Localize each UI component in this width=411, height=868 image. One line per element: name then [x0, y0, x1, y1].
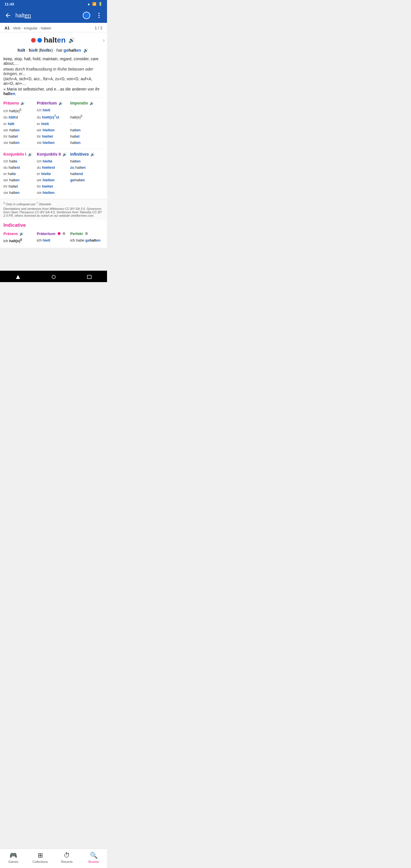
conj-row: du hältst	[3, 114, 36, 121]
conj-row: haltend	[70, 171, 102, 177]
conj-row: du hielt(e)7st	[37, 113, 69, 121]
ind-perfekt-audio-dot	[85, 232, 88, 235]
conj-row: sie hielten	[37, 190, 69, 196]
wifi-icon: ▲	[87, 2, 91, 6]
footnote-text: 5 Only in colloquial use 7 Obsolete	[3, 202, 104, 206]
usage-text: (sich+A, sich+D, acc., für+A, zu+D, von+…	[3, 76, 104, 86]
indicative-grid: Präsens 🔊 ich halt(e)5 Präteritum ich hi…	[0, 230, 107, 248]
imperativ-audio[interactable]: 🔊	[90, 101, 94, 105]
imperativ-title: Imperativ 🔊	[70, 101, 102, 105]
infinitives-title: Infinitives 🔊	[70, 152, 102, 156]
status-icons: ▲ 📶 🔋	[87, 2, 102, 6]
svg-point-2	[98, 15, 100, 16]
conj-row: ihr haltet	[3, 183, 36, 190]
konjunktiv1-audio[interactable]: 🔊	[28, 152, 32, 156]
conjugation-section-1: Präsens 🔊 ich halt(e)5 du hältst er hält…	[0, 98, 107, 149]
gender-dot-blue	[37, 38, 42, 42]
conj-row: halt(e)5	[70, 113, 102, 121]
back-nav-button[interactable]	[15, 274, 21, 280]
conj-row: er hält	[3, 121, 36, 127]
word-irregular: irregular	[24, 26, 38, 30]
conj-row: sie halten	[3, 140, 36, 146]
scroll-area: A1 · Verb · irregular · haben 1 / 2 halt…	[0, 23, 107, 271]
conj-row: -	[70, 107, 102, 113]
konjunktiv1-column: Konjunktiv I 🔊 ich halte du haltest er h…	[3, 152, 37, 196]
infinitives-column: Infinitives 🔊 halten zu halten haltend g…	[70, 152, 104, 196]
gender-dot-red	[31, 38, 36, 42]
indicative-header: Indicative	[0, 220, 107, 230]
ind-prateritum-audio-dot2	[63, 232, 65, 235]
toggle-button[interactable]	[81, 10, 92, 21]
conj-row: halten	[70, 140, 102, 146]
svg-point-3	[98, 17, 100, 18]
conj-row: ihr hieltet	[37, 183, 69, 190]
conj-row: ich halt(e)5	[3, 107, 36, 114]
conjugation-grid-1: Präsens 🔊 ich halt(e)5 du hältst er hält…	[3, 101, 104, 146]
back-button[interactable]	[3, 11, 12, 20]
page-number: 1 / 2	[95, 26, 102, 30]
more-options-button[interactable]	[94, 11, 104, 20]
ind-prasens-audio[interactable]: 🔊	[20, 232, 24, 236]
page-title: halten	[15, 12, 78, 19]
svg-point-1	[98, 13, 100, 14]
konjunktiv1-title: Konjunktiv I 🔊	[3, 152, 36, 156]
prateritum-title: Präteritum 🔊	[37, 101, 69, 105]
conjugation-section-2: Konjunktiv I 🔊 ich halte du haltest er h…	[0, 149, 107, 199]
prateritum-audio[interactable]: 🔊	[59, 101, 63, 105]
chevron-right-icon[interactable]: ›	[103, 37, 105, 43]
conjugation-grid-2: Konjunktiv I 🔊 ich halte du haltest er h…	[3, 152, 104, 196]
audio-button[interactable]: 🔊	[67, 36, 76, 44]
conj-row: wir halten	[3, 127, 36, 133]
ind-prateritum-audio-dot	[58, 232, 61, 235]
word-auxiliary: haben	[41, 26, 51, 30]
ind-perfekt-row: ich habe gehalten	[70, 237, 104, 244]
word-main: halten	[44, 36, 66, 44]
main-content: A1 · Verb · irregular · haben 1 / 2 halt…	[0, 23, 107, 248]
conj-row: sie halten	[3, 190, 36, 196]
conj-row: du haltest	[3, 164, 36, 171]
conj-row: ich hielt	[37, 107, 69, 113]
ind-prasens-title: Präsens 🔊	[3, 231, 37, 236]
conj-row: haltet	[70, 133, 102, 140]
forms-line: hält · hielt (hielte) · hat gehalten 🔊	[0, 46, 107, 55]
status-bar: 11:43 ▲ 📶 🔋	[0, 0, 107, 8]
conj-row: wir hielten	[37, 177, 69, 183]
svg-point-0	[83, 12, 90, 19]
conj-row: wir halten	[3, 177, 36, 183]
definition-text: keep, stop, halt, hold, maintain, regard…	[3, 57, 104, 66]
konjunktiv2-audio[interactable]: 🔊	[63, 152, 67, 156]
svg-point-5	[52, 275, 55, 279]
conj-row: ihr haltet	[3, 133, 36, 140]
word-header: A1 · Verb · irregular · haben 1 / 2	[0, 23, 107, 32]
conj-row: ich hielte	[37, 158, 69, 164]
indicative-title: Indicative	[3, 222, 104, 228]
prasens-title: Präsens 🔊	[3, 101, 36, 105]
conj-row: wir hielten	[37, 127, 69, 133]
attribution-text: Denotations and sentences from Wiktionar…	[3, 207, 104, 217]
top-bar: halten	[0, 8, 107, 23]
ind-prateritum-row: ich hielt	[37, 237, 70, 244]
signal-icon: 📶	[92, 2, 96, 6]
infinitives-audio[interactable]: 🔊	[91, 152, 95, 156]
svg-marker-4	[16, 275, 20, 279]
battery-icon: 🔋	[98, 2, 102, 6]
conj-row: ihr hieltet	[37, 133, 69, 140]
ind-prasens-col: Präsens 🔊 ich halt(e)5	[3, 231, 37, 244]
ind-perfekt-title: Perfekt	[70, 231, 104, 236]
prasens-audio[interactable]: 🔊	[21, 101, 25, 105]
example-text: » Maria ist selbstsicher, und e…as die a…	[3, 87, 104, 96]
conj-row: sie hielten	[37, 140, 69, 146]
conj-row: gehalten	[70, 177, 102, 183]
ind-prateritum-title: Präteritum	[37, 231, 70, 236]
svg-rect-6	[87, 275, 91, 279]
forms-audio-button[interactable]: 🔊	[82, 47, 89, 54]
konjunktiv2-column: Konjunktiv II 🔊 ich hielte du hieltest e…	[37, 152, 70, 196]
word-separator3: ·	[39, 26, 40, 30]
word-pos: Verb	[13, 26, 21, 30]
imperativ-column: Imperativ 🔊 - halt(e)5 - halten haltet h…	[70, 101, 104, 146]
home-nav-button[interactable]	[51, 274, 57, 280]
footnote-section: 5 Only in colloquial use 7 Obsolete Deno…	[0, 199, 107, 220]
recents-nav-button[interactable]	[87, 274, 92, 280]
conj-row: er halte	[3, 171, 36, 177]
conj-row: halten	[70, 127, 102, 133]
